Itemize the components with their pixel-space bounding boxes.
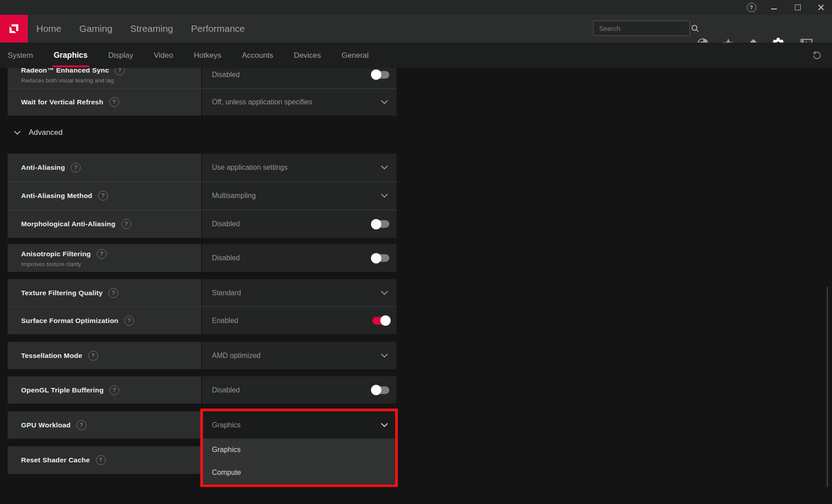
search-input[interactable] [594,25,691,32]
setting-label-text: Anisotropic Filtering [21,250,91,258]
tab-display[interactable]: Display [108,43,134,68]
setting-row-radeon-enhanced-sync: Radeon™ Enhanced Sync ? Reduces both vis… [8,68,397,88]
opengl-triple-buffering-toggle[interactable] [372,386,389,394]
setting-row-tessellation-mode: Tessellation Mode? AMD optimized [8,342,397,369]
setting-label-cell: Wait for Vertical Refresh ? [8,89,201,116]
setting-label-text: Surface Format Optimization [21,317,118,325]
setting-label-cell: Tessellation Mode? [8,342,201,369]
settings-group-texture: Texture Filtering Quality? Standard Surf… [8,279,397,334]
help-icon: ? [747,3,756,12]
setting-label-text: Anti-Aliasing [21,164,65,172]
help-icon[interactable]: ? [124,316,134,326]
tab-video[interactable]: Video [154,43,173,68]
tab-system[interactable]: System [8,43,33,68]
help-icon[interactable]: ? [77,420,86,430]
setting-label-cell: Anti-Aliasing? [8,154,201,181]
settings-group-opengl: OpenGL Triple Buffering? Disabled [8,376,397,404]
setting-row-opengl-triple-buffering: OpenGL Triple Buffering? Disabled [8,376,397,404]
chevron-down-icon [380,290,388,296]
settings-group-anisotropic: Anisotropic Filtering? Improves texture … [8,244,397,272]
advanced-section-label: Advanced [29,128,63,137]
toggle-knob [371,219,381,229]
setting-value-cell: Disabled [202,68,397,88]
tab-hotkeys[interactable]: Hotkeys [194,43,221,68]
setting-label-cell: GPU Workload? [8,411,201,439]
tab-accounts[interactable]: Accounts [242,43,273,68]
setting-value-cell: Disabled [202,376,397,404]
setting-label-text: Anti-Aliasing Method [21,192,92,200]
gpu-workload-dropdown[interactable]: Graphics [202,411,397,439]
morphological-aa-toggle[interactable] [372,220,389,228]
amd-logo[interactable] [0,15,28,43]
maximize-button[interactable] [787,0,808,15]
radeon-enhanced-sync-toggle[interactable] [372,71,389,78]
gpu-workload-option-graphics[interactable]: Graphics [202,439,397,461]
help-icon[interactable]: ? [108,288,118,298]
nav-tab-performance[interactable]: Performance [191,23,245,34]
gpu-workload-options-list: Graphics Compute [202,439,397,484]
main-nav-tabs: Home Gaming Streaming Performance [36,15,245,43]
advanced-section-header[interactable]: Advanced [13,128,63,137]
setting-row-morphological-anti-aliasing: Morphological Anti-Aliasing? Disabled [8,210,397,238]
help-icon[interactable]: ? [115,68,125,75]
surface-format-optimization-toggle[interactable] [372,317,389,324]
help-icon[interactable]: ? [109,385,119,395]
setting-value: Off, unless application specifies [202,98,312,106]
tab-graphics-active[interactable]: Graphics [54,43,88,68]
setting-value-cell[interactable]: Off, unless application specifies [202,89,397,116]
help-icon[interactable]: ? [96,455,106,465]
help-icon[interactable]: ? [98,191,108,201]
chevron-down-icon [380,193,388,198]
subnav-tabs: System Graphics Display Video Hotkeys Ac… [8,43,369,68]
setting-value: Use application settings [202,164,288,172]
help-icon[interactable]: ? [109,97,119,107]
help-icon[interactable]: ? [97,249,107,259]
setting-value-cell[interactable]: Standard [202,279,397,306]
setting-sublabel: Improves texture clarity [21,261,81,267]
search-icon [691,24,699,33]
setting-value-cell: Disabled [202,244,397,272]
vertical-scrollbar-thumb[interactable] [827,287,828,487]
help-icon[interactable]: ? [121,219,131,229]
nav-tab-home[interactable]: Home [36,23,61,34]
help-icon[interactable]: ? [71,163,81,172]
gpu-workload-option-compute[interactable]: Compute [202,461,397,484]
setting-sublabel: Reduces both visual tearing and lag [21,77,114,84]
settings-group-antialiasing: Anti-Aliasing? Use application settings … [8,154,397,238]
setting-label: Radeon™ Enhanced Sync ? [21,68,125,75]
nav-tab-gaming[interactable]: Gaming [79,23,112,34]
setting-label-text: Morphological Anti-Aliasing [21,220,116,228]
setting-value-cell[interactable]: Use application settings [202,154,397,181]
setting-label-cell: Anisotropic Filtering? Improves texture … [8,244,201,272]
close-button[interactable] [810,0,832,15]
setting-value: AMD optimized [202,352,260,360]
settings-group-tessellation: Tessellation Mode? AMD optimized [8,342,397,369]
setting-value-cell: Disabled [202,210,397,238]
setting-value: Disabled [202,386,240,394]
restore-defaults-button[interactable] [807,46,827,65]
setting-value: Standard [202,289,241,297]
help-icon[interactable]: ? [88,351,98,361]
setting-label-text: Tessellation Mode [21,352,82,360]
setting-value-cell[interactable]: AMD optimized [202,342,397,369]
amd-radeon-software-window: ? Home Gaming Streaming Performance [0,0,832,504]
minimize-button[interactable] [763,0,785,15]
setting-value: Disabled [202,254,240,262]
titlebar: ? [0,0,832,15]
tab-devices[interactable]: Devices [294,43,321,68]
setting-value-cell[interactable]: Multisampling [202,182,397,210]
settings-subnav: System Graphics Display Video Hotkeys Ac… [0,43,832,68]
toggle-knob [380,315,391,326]
help-button[interactable]: ? [741,0,762,15]
nav-tab-streaming[interactable]: Streaming [130,23,173,34]
anisotropic-filtering-toggle[interactable] [372,254,389,262]
chevron-down-icon [380,353,388,358]
setting-label-text: Texture Filtering Quality [21,289,103,297]
toggle-knob [371,69,381,80]
minimize-icon [771,9,777,9]
setting-row-anti-aliasing: Anti-Aliasing? Use application settings [8,154,397,181]
chevron-down-icon [380,165,388,170]
main-navbar: Home Gaming Streaming Performance [0,15,832,43]
tab-general[interactable]: General [341,43,368,68]
setting-row-anti-aliasing-method: Anti-Aliasing Method? Multisampling [8,181,397,210]
